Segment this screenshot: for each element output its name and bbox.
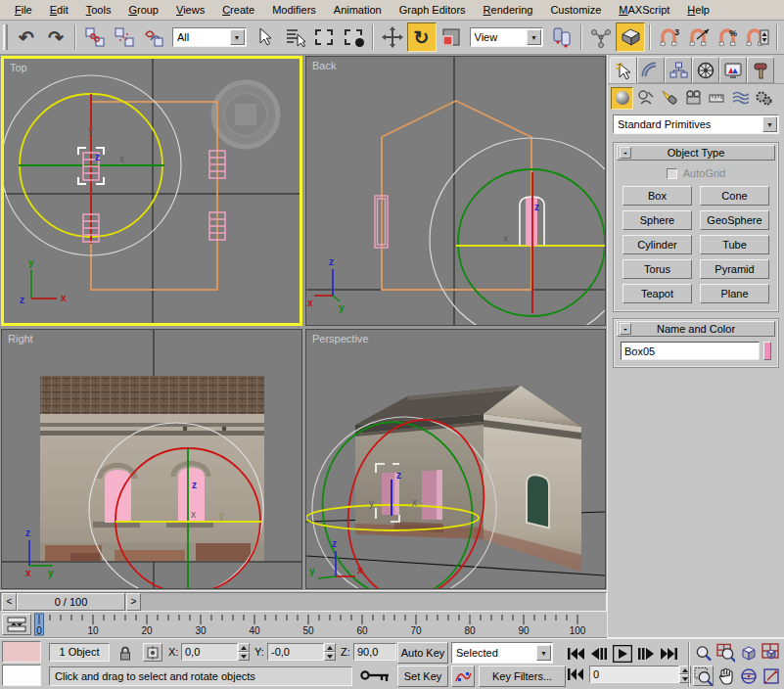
menu-modifiers[interactable]: Modifiers: [263, 2, 325, 18]
viewport-perspective-canvas[interactable]: z x y z y x: [306, 330, 605, 588]
cylinder-button[interactable]: Cylinder: [623, 235, 692, 254]
time-slider-handle[interactable]: 0 / 100: [17, 593, 125, 611]
select-and-move-button[interactable]: [378, 23, 407, 52]
chevron-down-icon[interactable]: ▼: [527, 29, 541, 45]
viewport-perspective-label[interactable]: Perspective: [312, 333, 368, 344]
spinner-snap-toggle[interactable]: [743, 23, 772, 52]
zoom-extents-all-button[interactable]: [761, 642, 781, 663]
viewport-right[interactable]: z x y z x y Right: [1, 329, 302, 589]
menu-views[interactable]: Views: [167, 2, 213, 18]
viewport-right-label[interactable]: Right: [8, 333, 33, 344]
select-object-button[interactable]: [251, 23, 280, 52]
selection-lock-toggle[interactable]: [115, 643, 135, 662]
menu-tools[interactable]: Tools: [77, 2, 120, 18]
x-coordinate-field[interactable]: [181, 643, 238, 661]
viewport-right-canvas[interactable]: z x y z x y: [2, 330, 301, 588]
zoom-all-button[interactable]: [715, 642, 736, 663]
chevron-down-icon[interactable]: ▼: [536, 645, 551, 661]
set-keys-button[interactable]: [358, 665, 393, 686]
menu-animation[interactable]: Animation: [325, 2, 391, 18]
undo-button[interactable]: ↶: [12, 23, 41, 52]
textured-wall[interactable]: [40, 376, 264, 562]
track-bar-ruler[interactable]: 0102030405060708090100: [31, 612, 603, 637]
selection-filter-dropdown[interactable]: All ▼: [172, 27, 247, 47]
object-type-rollout-header[interactable]: - Object Type: [617, 145, 775, 161]
menu-graph-editors[interactable]: Graph Editors: [391, 2, 475, 18]
tab-display[interactable]: [719, 57, 747, 83]
default-in-out-tangents-button[interactable]: [451, 666, 475, 687]
zoom-button[interactable]: [693, 642, 714, 663]
tab-hierarchy[interactable]: [665, 57, 692, 83]
select-by-name-button[interactable]: [280, 23, 309, 52]
primitive-category-dropdown[interactable]: Standard Primitives ▼: [613, 115, 779, 134]
category-geometry[interactable]: [611, 87, 633, 110]
go-to-end-button[interactable]: [660, 648, 677, 660]
snaps-toggle-button[interactable]: 3: [655, 23, 684, 52]
x-spinner[interactable]: [238, 643, 250, 661]
z-coordinate-field[interactable]: [353, 643, 396, 661]
select-and-scale-button[interactable]: [437, 23, 466, 52]
name-and-color-rollout-header[interactable]: - Name and Color: [617, 321, 775, 337]
zoom-extents-button[interactable]: [738, 642, 759, 663]
reference-coordinate-dropdown[interactable]: View ▼: [470, 27, 544, 47]
menu-create[interactable]: Create: [213, 2, 263, 18]
tab-create[interactable]: [610, 57, 637, 83]
menu-help[interactable]: Help: [678, 2, 718, 18]
category-systems[interactable]: [752, 87, 774, 110]
y-coordinate-field[interactable]: [267, 643, 324, 661]
select-and-link-button[interactable]: [80, 23, 110, 52]
cone-button[interactable]: Cone: [700, 186, 769, 206]
y-spinner[interactable]: [324, 643, 336, 661]
category-shapes[interactable]: [634, 87, 657, 110]
teapot-button[interactable]: Teapot: [623, 284, 692, 303]
keyboard-shortcut-override-toggle[interactable]: [616, 23, 645, 52]
angle-snap-toggle[interactable]: [684, 23, 714, 52]
chevron-down-icon[interactable]: ▼: [230, 29, 245, 45]
autogrid-checkbox[interactable]: [667, 168, 677, 179]
select-and-rotate-button[interactable]: ↻: [407, 23, 437, 52]
menu-edit[interactable]: Edit: [41, 2, 77, 18]
zoom-region-button[interactable]: [693, 666, 714, 686]
key-filters-button[interactable]: Key Filters...: [479, 666, 566, 687]
toolbar-grip[interactable]: [3, 24, 8, 50]
current-frame-field[interactable]: [589, 666, 679, 683]
key-filter-scope-dropdown[interactable]: Selected ▼: [451, 642, 553, 664]
viewport-back[interactable]: x y z z x y Back: [305, 56, 606, 326]
menu-group[interactable]: Group: [119, 2, 167, 18]
viewport-top-canvas[interactable]: y x z y x z: [4, 59, 300, 323]
next-frame-arrow[interactable]: >: [126, 593, 141, 611]
previous-frame-button[interactable]: [591, 648, 607, 660]
absolute-mode-toggle[interactable]: [143, 643, 162, 662]
category-cameras[interactable]: [681, 87, 704, 110]
maxscript-mini-listener-white[interactable]: [2, 665, 41, 686]
viewport-back-label[interactable]: Back: [312, 60, 336, 71]
plane-button[interactable]: Plane: [700, 284, 769, 303]
category-helpers[interactable]: [705, 87, 727, 110]
geosphere-button[interactable]: GeoSphere: [700, 210, 769, 230]
pan-view-button[interactable]: [715, 666, 736, 686]
use-pivot-point-button[interactable]: [547, 23, 576, 52]
percent-snap-toggle[interactable]: %: [714, 23, 743, 52]
torus-button[interactable]: Torus: [623, 259, 692, 279]
menu-rendering[interactable]: Rendering: [475, 2, 542, 18]
category-space-warps[interactable]: [728, 87, 751, 110]
tab-modify[interactable]: [637, 57, 665, 83]
tube-button[interactable]: Tube: [700, 235, 769, 254]
menu-customize[interactable]: Customize: [541, 2, 610, 18]
auto-key-button[interactable]: Auto Key: [397, 642, 448, 664]
arc-rotate-button[interactable]: [738, 666, 759, 686]
rotate-gizmo[interactable]: [430, 138, 605, 325]
menu-file[interactable]: File: [6, 2, 41, 18]
redo-button[interactable]: ↷: [41, 23, 70, 52]
set-key-button[interactable]: Set Key: [397, 666, 448, 687]
menu-maxscript[interactable]: MAXScript: [610, 2, 678, 18]
object-name-input[interactable]: [621, 342, 760, 360]
maxscript-mini-listener-pink[interactable]: [2, 641, 41, 663]
chevron-down-icon[interactable]: ▼: [762, 116, 777, 132]
tab-utilities[interactable]: [747, 57, 774, 83]
viewport-perspective[interactable]: z x y z y x Perspective: [305, 329, 606, 589]
viewport-back-canvas[interactable]: x y z z x y: [306, 57, 605, 325]
key-mode-toggle[interactable]: [568, 668, 583, 682]
box-button[interactable]: Box: [623, 186, 692, 206]
maximize-viewport-toggle[interactable]: [761, 666, 781, 686]
